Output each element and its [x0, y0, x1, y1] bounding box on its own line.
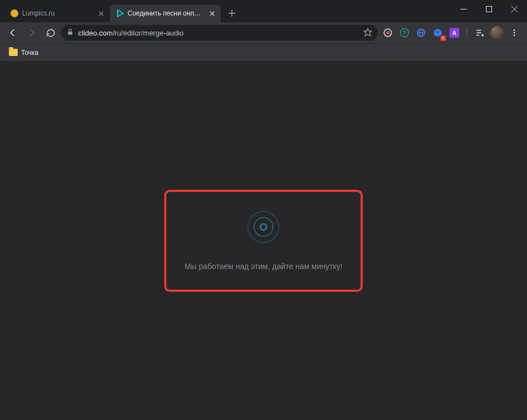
lock-icon [67, 28, 74, 37]
svg-point-15 [386, 31, 389, 34]
svg-marker-24 [482, 34, 484, 37]
favicon-clideo [115, 9, 124, 18]
reading-list-button[interactable] [472, 24, 488, 41]
help-ext-icon[interactable]: ? [397, 25, 412, 41]
back-button[interactable] [4, 24, 21, 41]
tab-title: Lumpics.ru [22, 9, 93, 17]
browser-menu-button[interactable] [506, 24, 523, 41]
separator [467, 27, 467, 38]
reload-button[interactable] [42, 24, 59, 41]
url-path: /ru/editor/merge-audio [113, 29, 184, 37]
bookmark-label: Точка [21, 49, 38, 57]
blocker-ext-icon[interactable]: A [447, 25, 462, 41]
svg-marker-13 [364, 28, 371, 36]
loading-message: Мы работаем над этим, дайте нам минутку! [185, 262, 343, 271]
folder-icon [9, 49, 18, 56]
window-minimize-button[interactable] [450, 0, 476, 18]
loading-spinner-icon [247, 211, 280, 243]
svg-rect-9 [486, 6, 491, 12]
bookmark-folder-tochka[interactable]: Точка [6, 47, 42, 59]
toolbar: clideo.com/ru/editor/merge-audio ? 1 A [0, 22, 527, 43]
svg-point-26 [514, 32, 515, 34]
highlighted-loading-panel: Мы работаем над этим, дайте нам минутку! [164, 190, 363, 292]
cube-ext-icon[interactable]: 1 [430, 25, 445, 41]
tab-clideo[interactable]: Соединить песни онлайн — Со [110, 4, 221, 22]
window-close-button[interactable] [501, 0, 527, 18]
tab-strip: Lumpics.ru Соединить песни онлайн — Со [0, 0, 240, 22]
forward-button[interactable] [23, 24, 40, 41]
svg-text:?: ? [403, 29, 406, 36]
svg-point-25 [514, 29, 515, 31]
badge: 1 [440, 36, 446, 41]
window-maximize-button[interactable] [476, 0, 501, 18]
svg-point-27 [514, 34, 515, 36]
url-text: clideo.com/ru/editor/merge-audio [78, 29, 359, 37]
bookmarks-bar: Точка [0, 43, 527, 61]
svg-point-0 [11, 9, 18, 17]
tab-lumpics[interactable]: Lumpics.ru [4, 4, 110, 22]
bookmark-star-button[interactable] [363, 28, 372, 38]
yandex-ext-icon[interactable] [380, 25, 396, 41]
favicon-lumpics [10, 9, 19, 18]
svg-rect-12 [68, 32, 73, 34]
new-tab-button[interactable] [224, 6, 240, 21]
close-icon[interactable] [207, 9, 216, 18]
titlebar: Lumpics.ru Соединить песни онлайн — Со [0, 0, 527, 22]
window-controls [450, 0, 527, 18]
browser-window: Lumpics.ru Соединить песни онлайн — Со [0, 0, 527, 420]
close-icon[interactable] [97, 9, 105, 18]
extension-tray: ? 1 A [380, 25, 462, 41]
url-host: clideo.com [78, 29, 113, 37]
svg-marker-3 [118, 10, 123, 17]
tab-title: Соединить песни онлайн — Со [128, 9, 204, 17]
globe-ext-icon[interactable] [413, 25, 429, 41]
page-content: Мы работаем над этим, дайте нам минутку! [0, 61, 527, 420]
profile-avatar[interactable] [490, 26, 504, 39]
address-bar[interactable]: clideo.com/ru/editor/merge-audio [61, 25, 378, 41]
